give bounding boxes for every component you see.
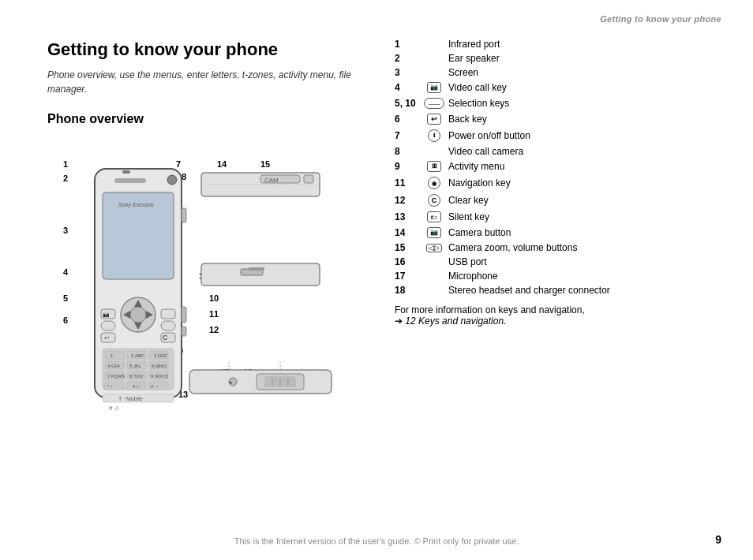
spec-text-17: Microphone <box>448 271 498 281</box>
spec-num-2: 2 <box>395 54 420 63</box>
right-column: 1 Infrared port 2 Ear speaker 3 Screen 4… <box>379 39 721 513</box>
spec-num-18: 18 <box>395 286 420 295</box>
footnote-link: ➔ 12 Keys and navigation. <box>395 315 721 327</box>
svg-rect-49 <box>182 208 186 222</box>
nav-key-icon: ◉ <box>423 177 445 189</box>
spec-text-1: Infrared port <box>448 39 500 49</box>
svg-text:2 ABC: 2 ABC <box>131 353 145 358</box>
spec-text-16: USB port <box>448 257 487 267</box>
bottom-view: ● <box>185 362 343 417</box>
svg-text:6 MNO: 6 MNO <box>152 364 167 368</box>
spec-num-7: 7 <box>395 131 420 140</box>
section-header: Getting to know your phone <box>600 14 721 24</box>
label-6: 6 <box>63 315 68 325</box>
spec-num-5: 5, 10 <box>395 99 420 108</box>
svg-text:# →: # → <box>151 384 159 389</box>
svg-text:* ↑: * ↑ <box>107 384 113 389</box>
phone-diagram: 1 2 3 4 5 6 7 14 15 8 16 9 10 11 12 13 1… <box>47 137 363 437</box>
svg-text:5 JKL: 5 JKL <box>129 364 142 368</box>
spec-item-8: 8 Video call camera <box>395 147 721 156</box>
svg-rect-22 <box>105 351 124 359</box>
svg-rect-59 <box>249 267 264 271</box>
page-footer: This is the Internet version of the user… <box>0 536 753 546</box>
svg-rect-5 <box>122 170 130 174</box>
svg-text:📷: 📷 <box>103 311 110 318</box>
subtitle: Phone overview, use the menus, enter let… <box>47 68 379 96</box>
svg-text:4 GHI: 4 GHI <box>107 364 120 368</box>
label-4: 4 <box>63 267 68 277</box>
svg-text:# ♫: # ♫ <box>109 405 119 412</box>
spec-num-13: 13 <box>395 212 420 222</box>
spec-text-7: Power on/off button <box>448 131 530 140</box>
main-content: Getting to know your phone Phone overvie… <box>47 39 721 513</box>
spec-num-12: 12 <box>395 196 420 205</box>
svg-text:7 PQRS: 7 PQRS <box>107 374 125 379</box>
footnote: For more information on keys and navigat… <box>395 304 721 327</box>
spec-item-5: 5, 10 —— Selection keys <box>395 98 721 109</box>
spec-text-15: Camera zoom, volume buttons <box>448 243 577 252</box>
left-column: Getting to know your phone Phone overvie… <box>47 39 379 513</box>
spec-item-11: 11 ◉ Navigation key <box>395 177 721 189</box>
svg-rect-55 <box>304 175 313 183</box>
silent-key-icon: #♫ <box>423 211 445 222</box>
spec-num-1: 1 <box>395 39 420 49</box>
svg-text:Sony Ericsson: Sony Ericsson <box>118 202 154 208</box>
spec-item-2: 2 Ear speaker <box>395 54 721 63</box>
svg-rect-50 <box>182 307 186 323</box>
spec-text-5: Selection keys <box>448 99 509 108</box>
label-1: 1 <box>63 159 68 169</box>
svg-text:●: ● <box>229 379 232 385</box>
footnote-text: For more information on keys and navigat… <box>395 304 721 315</box>
spec-num-9: 9 <box>395 162 420 171</box>
svg-point-4 <box>167 175 177 185</box>
spec-text-12: Clear key <box>448 196 489 205</box>
footnote-arrow: ➔ <box>395 315 405 327</box>
svg-text:T ··Mobile·: T ··Mobile· <box>118 396 144 401</box>
video-call-icon: 📷 <box>423 82 445 93</box>
svg-point-7 <box>130 307 146 323</box>
svg-text:8 TUV: 8 TUV <box>129 374 143 379</box>
spec-num-8: 8 <box>395 147 420 156</box>
clear-key-icon: C <box>423 194 445 207</box>
spec-num-15: 15 <box>395 243 420 252</box>
spec-item-14: 14 📷 Camera button <box>395 227 721 238</box>
spec-num-17: 17 <box>395 271 420 281</box>
spec-item-13: 13 #♫ Silent key <box>395 211 721 222</box>
svg-rect-16 <box>101 321 115 330</box>
spec-num-4: 4 <box>395 83 420 92</box>
svg-text:3 DEF: 3 DEF <box>154 353 167 358</box>
spec-text-8: Video call camera <box>448 147 523 156</box>
spec-num-14: 14 <box>395 228 420 237</box>
spec-num-3: 3 <box>395 68 420 77</box>
spec-item-16: 16 USB port <box>395 257 721 267</box>
selection-icon: —— <box>423 98 445 109</box>
spec-item-17: 17 Microphone <box>395 271 721 281</box>
spec-text-18: Stereo headset and charger connector <box>448 286 610 295</box>
svg-text:↩: ↩ <box>104 334 110 342</box>
page-title: Getting to know your phone <box>47 39 379 60</box>
svg-text:9 WXYZ: 9 WXYZ <box>151 374 169 379</box>
spec-list: 1 Infrared port 2 Ear speaker 3 Screen 4… <box>395 39 721 295</box>
svg-rect-18 <box>161 309 175 319</box>
spec-num-16: 16 <box>395 257 420 267</box>
spec-item-4: 4 📷 Video call key <box>395 82 721 93</box>
label-3: 3 <box>63 226 68 235</box>
footnote-link-text: 12 Keys and navigation. <box>405 315 506 327</box>
camera-button-icon: 📷 <box>423 227 445 238</box>
activity-menu-icon: ⊞ <box>423 161 445 172</box>
side-view-usb <box>197 259 332 307</box>
spec-text-4: Video call key <box>448 83 507 92</box>
svg-rect-3 <box>114 178 146 183</box>
svg-rect-17 <box>161 321 175 330</box>
back-key-icon: ↩ <box>423 114 445 125</box>
zoom-icon: ◁▷ <box>423 244 445 252</box>
spec-text-13: Silent key <box>448 212 489 222</box>
page-number: 9 <box>715 533 721 546</box>
spec-num-11: 11 <box>395 178 420 188</box>
label-2: 2 <box>63 174 68 183</box>
spec-text-14: Camera button <box>448 228 511 237</box>
label-5: 5 <box>63 293 68 303</box>
power-icon: 𝐢 <box>423 129 445 142</box>
spec-item-15: 15 ◁▷ Camera zoom, volume buttons <box>395 243 721 252</box>
spec-item-9: 9 ⊞ Activity menu <box>395 161 721 172</box>
